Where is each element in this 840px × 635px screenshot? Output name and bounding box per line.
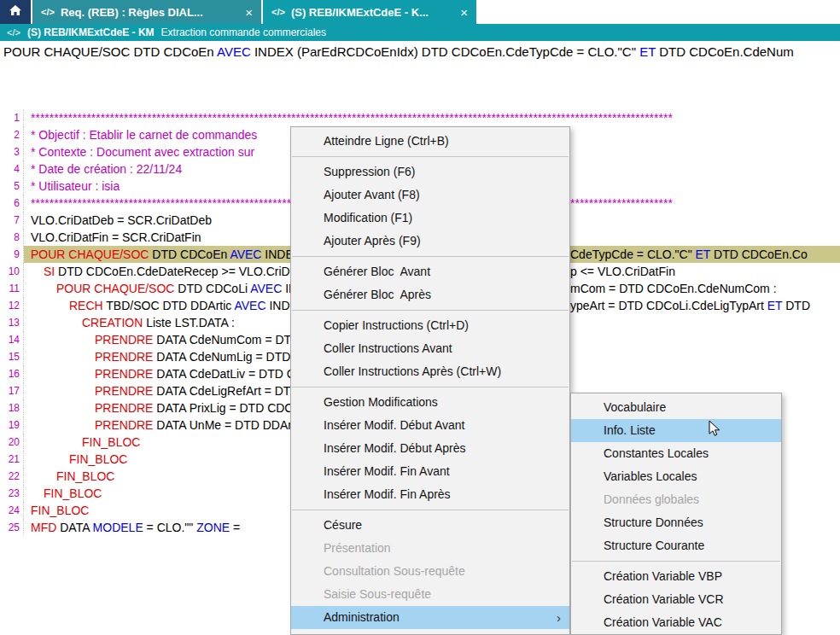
menu-item-info-liste[interactable]: Info. Liste xyxy=(571,419,781,442)
line-number: 11 xyxy=(0,280,24,297)
line-number: 22 xyxy=(0,468,24,485)
menu-item-ins-rer-modif-d-but-avant[interactable]: Insérer Modif. Début Avant xyxy=(291,414,569,437)
menu-item-ins-rer-modif-d-but-apr-s[interactable]: Insérer Modif. Début Après xyxy=(291,437,569,460)
line-number: 12 xyxy=(0,297,24,314)
line-number: 13 xyxy=(0,314,24,331)
text-segment: FIN_BLOC xyxy=(44,486,102,500)
code-text-after-menu: CdeTypCde = CLO."C" ET DTD CDCoEn.Co xyxy=(570,246,808,263)
line-number: 24 xyxy=(0,502,24,519)
code-text-after-menu: mCom = DTD CDCoEn.CdeNumCom : xyxy=(570,280,777,297)
mouse-cursor-icon xyxy=(709,420,720,441)
text-segment: PRENDRE xyxy=(95,401,153,415)
menu-item-consultation-sous-requ-te: Consultation Sous-requête xyxy=(291,560,569,583)
menu-item-label: Modification (F1) xyxy=(324,211,412,224)
close-icon[interactable]: × xyxy=(245,5,253,20)
menu-item-g-n-rer-bloc-avant[interactable]: Générer Bloc Avant xyxy=(291,260,569,283)
document-name: (S) REB/IKMExtCdeE - KM xyxy=(27,26,155,38)
text-segment: FIN_BLOC xyxy=(31,504,89,517)
menu-item-pr-sentation: Présentation xyxy=(291,537,569,560)
menu-item-ins-rer-modif-fin-avant[interactable]: Insérer Modif. Fin Avant xyxy=(291,460,569,483)
submenu-arrow-icon: › xyxy=(557,606,561,629)
menu-item-cr-ation-variable-vcr[interactable]: Création Variable VCR xyxy=(571,588,781,611)
text-segment: TBD/SOC DTD DDArtic xyxy=(103,299,235,312)
menu-item-atteindre-ligne-ctrl-b[interactable]: Atteindre Ligne (Ctrl+B) xyxy=(291,130,569,153)
tab-label: (S) REB/IKMExtCdeE - K... xyxy=(291,6,429,19)
menu-item-label: Générer Bloc Après xyxy=(324,288,431,301)
menu-item-coller-instructions-apr-s-ctrl-w[interactable]: Coller Instructions Après (Ctrl+W) xyxy=(291,360,569,383)
menu-item-label: Générer Bloc Avant xyxy=(324,265,430,278)
text-segment: INDEX (ParEdRCDCoEnIdx) DTD CDCoEn.CdeTy… xyxy=(251,44,639,59)
text-segment: PRENDRE xyxy=(95,350,153,364)
menu-item-label: Coller Instructions Après (Ctrl+W) xyxy=(324,364,501,378)
code-line[interactable]: 1***************************************… xyxy=(0,109,840,126)
close-icon[interactable]: × xyxy=(460,5,468,20)
home-icon xyxy=(9,4,22,20)
text-segment: = xyxy=(230,521,243,534)
menu-item-label: Insérer Modif. Début Avant xyxy=(324,418,465,432)
query-preview: POUR CHAQUE/SOC DTD CDCoEn AVEC INDEX (P… xyxy=(0,41,840,63)
line-number: 19 xyxy=(0,417,24,434)
line-number: 8 xyxy=(0,229,24,246)
text-segment: DTD CDCoLi xyxy=(174,282,250,295)
line-number: 10 xyxy=(0,263,24,280)
menu-item-label: Saisie Sous-requête xyxy=(324,587,431,601)
text-segment: DTD xyxy=(782,299,810,312)
text-segment: ZONE xyxy=(196,521,230,534)
text-segment: DTD CDCoEn.CdeDateRecep >= VLO.CriDatDeb xyxy=(55,265,325,278)
line-number: 25 xyxy=(0,519,24,536)
menu-item-suppression-f6[interactable]: Suppression (F6) xyxy=(291,160,569,184)
menu-item-label: Atteindre Ligne (Ctrl+B) xyxy=(324,134,449,148)
line-number: 2 xyxy=(0,126,24,143)
menu-item-modification-f1[interactable]: Modification (F1) xyxy=(291,207,569,230)
line-number: 6 xyxy=(0,195,24,212)
text-segment: MODELE xyxy=(93,521,143,534)
menu-item-label: Consultation Sous-requête xyxy=(324,564,465,578)
menu-item-structure-donn-es[interactable]: Structure Données xyxy=(571,511,781,534)
text-segment: mCom = DTD CDCoEn.CdeNumCom : xyxy=(570,282,777,295)
tab-reb-ikmextcdee[interactable]: </> (S) REB/IKMExtCdeE - K... × xyxy=(263,0,476,24)
line-number: 16 xyxy=(0,365,24,382)
text-segment: MFD xyxy=(31,521,56,534)
menu-item-vocabulaire[interactable]: Vocabulaire xyxy=(571,396,781,419)
submenu: VocabulaireInfo. ListeConstantes Locales… xyxy=(570,393,782,635)
text-segment: DTD CDCoEn.Co xyxy=(710,248,808,261)
menu-item-ins-rer-modif-fin-apr-s[interactable]: Insérer Modif. Fin Après xyxy=(291,483,569,506)
menu-separator xyxy=(292,510,569,510)
menu-item-c-sure[interactable]: Césure xyxy=(291,514,569,537)
menu-item-coller-instructions-avant[interactable]: Coller Instructions Avant xyxy=(291,337,569,360)
menu-item-gestion-modifications[interactable]: Gestion Modifications xyxy=(291,391,569,414)
menu-item-label: Création Variable VBP xyxy=(604,569,722,583)
menu-item-ajouter-apr-s-f9[interactable]: Ajouter Après (F9) xyxy=(291,230,569,253)
menu-item-cr-ation-variable-vbp[interactable]: Création Variable VBP xyxy=(571,565,781,588)
menu-item-copier-instructions-ctrl-d[interactable]: Copier Instructions (Ctrl+D) xyxy=(291,314,569,337)
menu-item-constantes-locales[interactable]: Constantes Locales xyxy=(571,442,781,465)
menu-item-label: Ajouter Après (F9) xyxy=(324,234,421,248)
menu-item-g-n-rer-bloc-apr-s[interactable]: Générer Bloc Après xyxy=(291,283,569,306)
code-icon: </> xyxy=(41,7,55,17)
document-subtitle: Extraction commande commerciales xyxy=(161,26,326,38)
text-segment: POUR CHAQUE/SOC DTD CDCoEn xyxy=(3,44,217,59)
menu-item-variables-locales[interactable]: Variables Locales xyxy=(571,465,781,488)
menu-item-label: Données globales xyxy=(604,492,699,506)
menu-item-label: Insérer Modif. Fin Après xyxy=(324,487,451,501)
line-number: 3 xyxy=(0,143,24,160)
menu-item-label: Gestion Modifications xyxy=(324,395,438,409)
text-segment: DTD CDCoEn xyxy=(149,248,230,261)
text-segment: DATA xyxy=(56,521,92,534)
menu-item-structure-courante[interactable]: Structure Courante xyxy=(571,534,781,557)
menu-item-cr-ation-variable-vac[interactable]: Création Variable VAC xyxy=(571,611,781,634)
tab-req-reb[interactable]: </> Req. (REB) : Règles DIAL... × xyxy=(32,0,261,24)
menu-item-administration[interactable]: Administration› xyxy=(291,606,569,629)
menu-separator xyxy=(292,310,569,311)
text-segment: FIN_BLOC xyxy=(56,469,114,483)
code-icon: </> xyxy=(7,27,20,38)
line-number: 20 xyxy=(0,434,24,451)
menu-item-label: Variables Locales xyxy=(604,469,697,483)
menu-item-ajouter-avant-f8[interactable]: Ajouter Avant (F8) xyxy=(291,184,569,207)
context-menu: Atteindre Ligne (Ctrl+B)Suppression (F6)… xyxy=(290,126,570,635)
menu-item-label: Vocabulaire xyxy=(604,400,666,414)
menu-item-label: Info. Liste xyxy=(604,423,656,437)
menu-separator xyxy=(292,256,569,257)
menu-item-label: Structure Courante xyxy=(604,539,704,552)
home-button[interactable] xyxy=(0,0,31,24)
